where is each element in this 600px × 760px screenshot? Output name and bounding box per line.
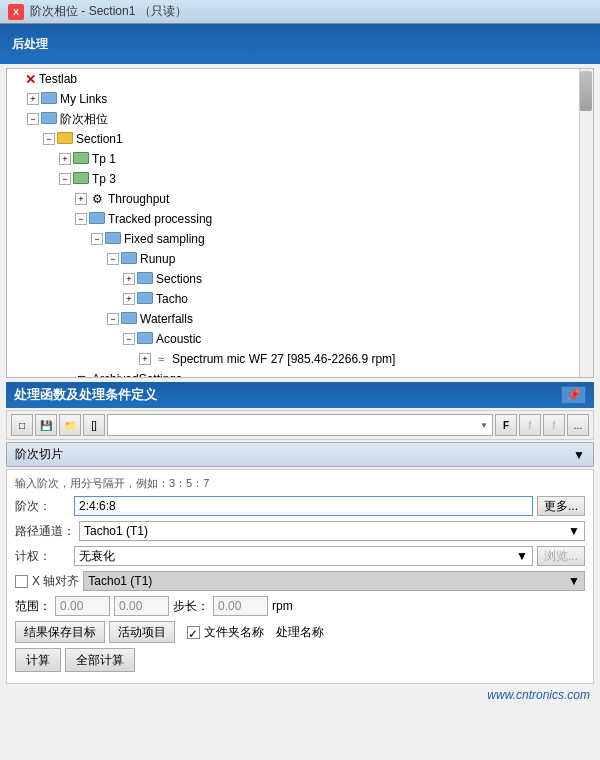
folder-blue-icon (41, 92, 57, 104)
tree-item-tacho[interactable]: +Tacho (7, 289, 593, 309)
tree-item-mylinks[interactable]: +My Links (7, 89, 593, 109)
panel-pin-btn[interactable]: 📌 (561, 386, 586, 404)
tree-item-spectrum[interactable]: +≈Spectrum mic WF 27 [985.46-2266.9 rpm] (7, 349, 593, 369)
range-from-input[interactable] (55, 596, 110, 616)
wave-icon: ≈ (153, 352, 169, 366)
folder-blue-icon (137, 332, 153, 344)
tree-toggle-spectrum[interactable]: + (139, 353, 151, 365)
folder-blue-icon (121, 312, 137, 324)
tree-toggle-throughput[interactable]: + (75, 193, 87, 205)
tree-item-section1[interactable]: −Section1 (7, 129, 593, 149)
active-btn[interactable]: 活动项目 (109, 621, 175, 643)
tree-item-throughput[interactable]: +⚙Throughput (7, 189, 593, 209)
tree-toggle-sections[interactable]: + (123, 273, 135, 285)
hint-text: 输入阶次，用分号隔开，例如：3：5：7 (15, 476, 209, 491)
tree-toggle-acoustic[interactable]: − (123, 333, 135, 345)
tree-label-waterfalls: Waterfalls (140, 312, 193, 326)
folder-blue-icon (137, 272, 153, 284)
order-more-btn[interactable]: 更多... (537, 496, 585, 516)
tree-label-mylinks: My Links (60, 92, 107, 106)
track-dropdown[interactable]: Tacho1 (T1) ▼ (79, 521, 585, 541)
tree-label-tp1: Tp 1 (92, 152, 116, 166)
xaxis-value: Tacho1 (T1) (88, 574, 152, 588)
folder-blue-icon (89, 212, 105, 224)
toolbar-save-btn[interactable]: 💾 (35, 414, 57, 436)
panel-section-header: 处理函数及处理条件定义 📌 (6, 382, 594, 408)
browse-btn[interactable]: 浏览... (537, 546, 585, 566)
section-dropdown-header[interactable]: 阶次切片 ▼ (6, 442, 594, 467)
tree-item-tracked[interactable]: −Tracked processing (7, 209, 593, 229)
calc-row: 计权： 无衰化 ▼ 浏览... (15, 546, 585, 566)
order-input[interactable] (74, 496, 533, 516)
range-to-input[interactable] (114, 596, 169, 616)
xaxis-dropdown[interactable]: Tacho1 (T1) ▼ (83, 571, 585, 591)
toolbar-more-btn[interactable]: ... (567, 414, 589, 436)
tree-toggle-mylinks[interactable]: + (27, 93, 39, 105)
filename-label: 文件夹名称 (204, 624, 264, 641)
toolbar-dropdown[interactable]: ▼ (107, 414, 493, 436)
folder-yellow-icon (57, 132, 73, 144)
xaxis-checkbox[interactable] (15, 575, 28, 588)
tree-toggle-tp3[interactable]: − (59, 173, 71, 185)
all-calc-btn[interactable]: 全部计算 (65, 648, 135, 672)
range-row: 范围： 步长： rpm (15, 596, 585, 616)
gear-icon: ⚙ (89, 192, 105, 206)
tree-label-phasephase: 阶次相位 (60, 111, 108, 128)
watermark-text: www.cntronics.com (487, 688, 590, 702)
tree-toggle-tp1[interactable]: + (59, 153, 71, 165)
calc-btn[interactable]: 计算 (15, 648, 61, 672)
toolbar-font-btn1[interactable]: f (519, 414, 541, 436)
tree-item-waterfalls[interactable]: −Waterfalls (7, 309, 593, 329)
tree-label-sections: Sections (156, 272, 202, 286)
result-target-btn[interactable]: 结果保存目标 (15, 621, 105, 643)
scrollbar[interactable] (579, 69, 593, 377)
folder-blue-icon (105, 232, 121, 244)
tree-label-runup: Runup (140, 252, 175, 266)
toolbar-font-btn2[interactable]: f (543, 414, 565, 436)
toolbar-open-btn[interactable]: 📁 (59, 414, 81, 436)
folder-blue-icon (137, 292, 153, 304)
toolbar: □ 💾 📁 [] ▼ F f f ... (6, 410, 594, 440)
track-label: 路径通道： (15, 523, 75, 540)
rpm-label: rpm (272, 599, 293, 613)
tree-toggle-phasephase[interactable]: − (27, 113, 39, 125)
tree-toggle-runup[interactable]: − (107, 253, 119, 265)
tree-item-runup[interactable]: −Runup (7, 249, 593, 269)
page-header: 后处理 (0, 24, 600, 64)
gear-folder-icon (73, 172, 89, 184)
tree-toggle-waterfalls[interactable]: − (107, 313, 119, 325)
section-collapse-icon: ▼ (573, 448, 585, 462)
scrollbar-thumb[interactable] (580, 71, 592, 111)
order-row: 阶次： 更多... (15, 496, 585, 516)
tree-item-phasephase[interactable]: −阶次相位 (7, 109, 593, 129)
tree-item-sections[interactable]: +Sections (7, 269, 593, 289)
xaxis-arrow: ▼ (568, 574, 580, 588)
title-bar: X 阶次相位 - Section1 （只读） (0, 0, 600, 24)
filename-checkbox[interactable]: ✓ (187, 626, 200, 639)
toolbar-new-btn[interactable]: □ (11, 414, 33, 436)
hint-row: 输入阶次，用分号隔开，例如：3：5：7 (15, 476, 585, 491)
tree-panel[interactable]: ✕Testlab+My Links−阶次相位−Section1+Tp 1−Tp … (6, 68, 594, 378)
tree-toggle-tacho[interactable]: + (123, 293, 135, 305)
tree-item-testlab[interactable]: ✕Testlab (7, 69, 593, 89)
folder-blue-icon (41, 112, 57, 124)
step-input[interactable] (213, 596, 268, 616)
calc-dropdown[interactable]: 无衰化 ▼ (74, 546, 533, 566)
bottom-row1: 结果保存目标 活动项目 ✓ 文件夹名称 处理名称 (15, 621, 585, 643)
toolbar-bracket-btn[interactable]: [] (83, 414, 105, 436)
tree-toggle-fixed[interactable]: − (91, 233, 103, 245)
tree-label-fixed: Fixed sampling (124, 232, 205, 246)
tree-label-archived: ArchivedSettings (92, 372, 182, 378)
tree-item-tp3[interactable]: −Tp 3 (7, 169, 593, 189)
toolbar-font-bold-btn[interactable]: F (495, 414, 517, 436)
section-label: 阶次切片 (15, 446, 63, 463)
tree-item-acoustic[interactable]: −Acoustic (7, 329, 593, 349)
tree-item-archived[interactable]: ⊞ArchivedSettings (7, 369, 593, 378)
tree-item-fixed[interactable]: −Fixed sampling (7, 229, 593, 249)
calc-value: 无衰化 (79, 548, 115, 565)
tree-item-tp1[interactable]: +Tp 1 (7, 149, 593, 169)
action-row: 计算 全部计算 (15, 648, 585, 672)
calc-arrow: ▼ (516, 549, 528, 563)
tree-toggle-section1[interactable]: − (43, 133, 55, 145)
tree-toggle-tracked[interactable]: − (75, 213, 87, 225)
